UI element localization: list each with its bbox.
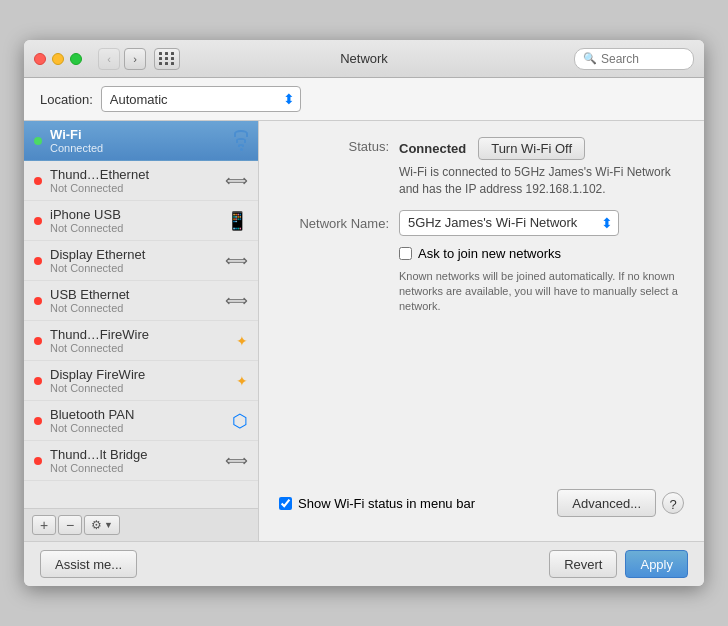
status-value-area: Connected Turn Wi-Fi Off Wi-Fi is connec… (399, 137, 684, 198)
status-dot-thund-fw (34, 337, 42, 345)
sidebar-item-display-eth-name: Display Ethernet (50, 247, 219, 262)
nav-buttons: ‹ › (98, 48, 180, 70)
forward-button[interactable]: › (124, 48, 146, 70)
gear-dropdown-icon: ▼ (104, 520, 113, 530)
network-name-row: Network Name: 5GHz James's Wi-Fi Network… (279, 210, 684, 236)
sidebar-item-bluetooth[interactable]: Bluetooth PAN Not Connected ⬡ (24, 401, 258, 441)
forward-icon: › (133, 53, 137, 65)
status-dot-display-fw (34, 377, 42, 385)
grid-icon (159, 52, 175, 65)
sidebar-item-thund-fw-text: Thund…FireWire Not Connected (50, 327, 230, 354)
network-select[interactable]: 5GHz James's Wi-Fi Network (399, 210, 619, 236)
status-dot-thund-eth (34, 177, 42, 185)
bottom-controls: Show Wi-Fi status in menu bar Advanced..… (279, 481, 684, 525)
minimize-button[interactable] (52, 53, 64, 65)
display-fw-icon: ✦ (236, 373, 248, 389)
add-icon: + (40, 517, 48, 533)
sidebar-item-wifi-status: Connected (50, 142, 228, 154)
location-label: Location: (40, 92, 93, 107)
network-window: ‹ › Network 🔍 Location: Automatic (24, 40, 704, 586)
sidebar-item-iphone-text: iPhone USB Not Connected (50, 207, 220, 234)
sidebar-item-bluetooth-name: Bluetooth PAN (50, 407, 226, 422)
revert-button[interactable]: Revert (549, 550, 617, 578)
sidebar-item-thund-eth-status: Not Connected (50, 182, 219, 194)
sidebar-item-display-fw-text: Display FireWire Not Connected (50, 367, 230, 394)
assist-button[interactable]: Assist me... (40, 550, 137, 578)
iphone-icon: 📱 (226, 210, 248, 232)
sidebar-item-usb-eth[interactable]: USB Ethernet Not Connected ⟺ (24, 281, 258, 321)
sidebar-item-thund-fw-status: Not Connected (50, 342, 230, 354)
window-title: Network (340, 51, 388, 66)
show-wifi-check: Show Wi-Fi status in menu bar (279, 496, 557, 511)
sidebar-item-display-fw[interactable]: Display FireWire Not Connected ✦ (24, 361, 258, 401)
add-button[interactable]: + (32, 515, 56, 535)
sidebar-item-usb-eth-status: Not Connected (50, 302, 219, 314)
ask-to-join-row: Ask to join new networks (399, 246, 684, 261)
sidebar-item-iphone-status: Not Connected (50, 222, 220, 234)
sidebar-item-usb-eth-text: USB Ethernet Not Connected (50, 287, 219, 314)
wifi-icon (234, 130, 248, 151)
detail-panel: Status: Connected Turn Wi-Fi Off Wi-Fi i… (259, 121, 704, 541)
gear-icon: ⚙ (91, 518, 102, 532)
sidebar: Wi-Fi Connected (24, 121, 259, 541)
sidebar-item-thundlt-bridge-status: Not Connected (50, 462, 219, 474)
traffic-lights (34, 53, 82, 65)
gear-button[interactable]: ⚙ ▼ (84, 515, 120, 535)
status-inline: Connected Turn Wi-Fi Off (399, 137, 684, 160)
status-connected: Connected (399, 141, 466, 156)
sidebar-item-thund-eth-name: Thund…Ethernet (50, 167, 219, 182)
remove-icon: − (66, 517, 74, 533)
sidebar-item-iphone[interactable]: iPhone USB Not Connected 📱 (24, 201, 258, 241)
location-select-wrapper: Automatic ⬍ (101, 86, 301, 112)
sidebar-item-display-eth-status: Not Connected (50, 262, 219, 274)
sidebar-item-thundlt-bridge[interactable]: Thund…lt Bridge Not Connected ⟺ (24, 441, 258, 481)
sidebar-item-thundlt-bridge-name: Thund…lt Bridge (50, 447, 219, 462)
sidebar-item-usb-eth-name: USB Ethernet (50, 287, 219, 302)
sidebar-item-thund-eth-text: Thund…Ethernet Not Connected (50, 167, 219, 194)
display-eth-icon: ⟺ (225, 251, 248, 270)
advanced-button[interactable]: Advanced... (557, 489, 656, 517)
sidebar-item-display-fw-status: Not Connected (50, 382, 230, 394)
spacer (279, 327, 684, 481)
sidebar-item-thund-eth[interactable]: Thund…Ethernet Not Connected ⟺ (24, 161, 258, 201)
grid-button[interactable] (154, 48, 180, 70)
help-button[interactable]: ? (662, 492, 684, 514)
sidebar-item-wifi[interactable]: Wi-Fi Connected (24, 121, 258, 161)
sidebar-item-iphone-name: iPhone USB (50, 207, 220, 222)
close-button[interactable] (34, 53, 46, 65)
search-input[interactable] (601, 52, 685, 66)
bluetooth-icon: ⬡ (232, 410, 248, 432)
sidebar-item-thund-fw[interactable]: Thund…FireWire Not Connected ✦ (24, 321, 258, 361)
sidebar-item-thund-fw-name: Thund…FireWire (50, 327, 230, 342)
remove-button[interactable]: − (58, 515, 82, 535)
search-icon: 🔍 (583, 52, 597, 65)
network-select-wrapper: 5GHz James's Wi-Fi Network ⬍ (399, 210, 619, 236)
sidebar-footer: + − ⚙ ▼ (24, 508, 258, 541)
sidebar-list: Wi-Fi Connected (24, 121, 258, 508)
network-name-label: Network Name: (279, 214, 389, 231)
ask-to-join-label[interactable]: Ask to join new networks (418, 246, 561, 261)
status-row: Status: Connected Turn Wi-Fi Off Wi-Fi i… (279, 137, 684, 198)
status-dot-thundlt-bridge (34, 457, 42, 465)
ask-to-join-checkbox[interactable] (399, 247, 412, 260)
status-dot-wifi (34, 137, 42, 145)
sidebar-item-display-eth[interactable]: Display Ethernet Not Connected ⟺ (24, 241, 258, 281)
sidebar-item-display-eth-text: Display Ethernet Not Connected (50, 247, 219, 274)
show-wifi-label[interactable]: Show Wi-Fi status in menu bar (298, 496, 475, 511)
status-label: Status: (279, 137, 389, 154)
turn-wifi-off-button[interactable]: Turn Wi-Fi Off (478, 137, 585, 160)
firewire-icon: ✦ (236, 333, 248, 349)
maximize-button[interactable] (70, 53, 82, 65)
ask-to-join-description: Known networks will be joined automatica… (399, 269, 684, 315)
sidebar-item-bluetooth-status: Not Connected (50, 422, 226, 434)
footer-area: Assist me... Revert Apply (24, 541, 704, 586)
show-wifi-checkbox[interactable] (279, 497, 292, 510)
sidebar-item-bluetooth-text: Bluetooth PAN Not Connected (50, 407, 226, 434)
status-dot-iphone (34, 217, 42, 225)
status-description: Wi-Fi is connected to 5GHz James's Wi-Fi… (399, 164, 684, 198)
search-box[interactable]: 🔍 (574, 48, 694, 70)
apply-button[interactable]: Apply (625, 550, 688, 578)
toolbar: Location: Automatic ⬍ (24, 78, 704, 121)
back-button[interactable]: ‹ (98, 48, 120, 70)
location-select[interactable]: Automatic (101, 86, 301, 112)
